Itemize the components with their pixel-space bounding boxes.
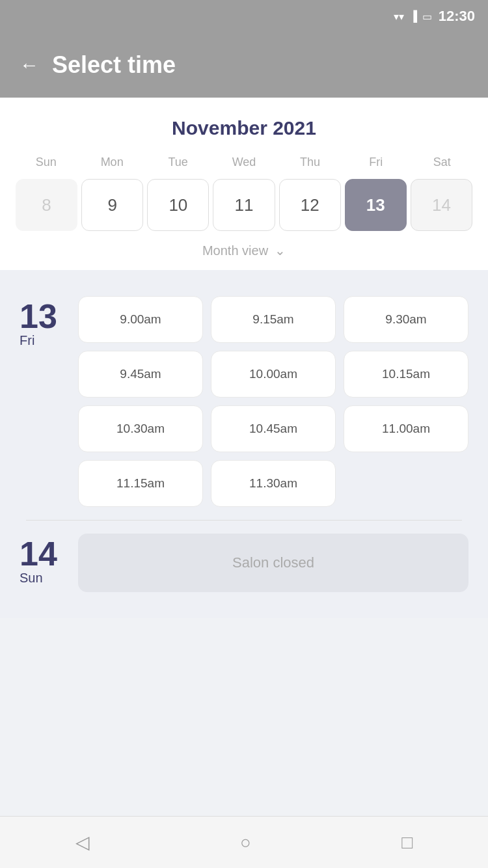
calendar-section: November 2021 Sun Mon Tue Wed Thu Fri Sa… [0,98,488,270]
day-header-sun: Sun [13,152,79,172]
app-header: ← Select time [0,33,488,98]
time-slot-1045am[interactable]: 10.45am [211,405,336,452]
day-label-14: 14 Sun [20,534,65,592]
day-label-13: 13 Fri [20,296,65,507]
status-time: 12:30 [439,8,475,25]
bottom-nav: ◁ ○ □ [0,816,488,868]
time-slot-915am[interactable]: 9.15am [211,296,336,343]
time-slot-1115am[interactable]: 11.15am [78,460,203,507]
signal-icon: ▐ [409,10,416,22]
status-bar: ▾▾ ▐ ▭ 12:30 [0,0,488,33]
month-view-label: Month view [202,243,268,258]
date-cell-10[interactable]: 10 [147,179,209,231]
day-number-14: 14 [20,537,57,571]
day-block-13: 13 Fri 9.00am 9.15am 9.30am 9.45am 10.00… [20,283,468,520]
date-cell-13[interactable]: 13 [345,179,407,231]
chevron-down-icon: ⌄ [275,243,286,258]
date-cell-9[interactable]: 9 [81,179,143,231]
recent-nav-button[interactable]: □ [401,832,413,853]
day-headers-row: Sun Mon Tue Wed Thu Fri Sat [13,152,475,172]
day-header-mon: Mon [79,152,144,172]
day-header-wed: Wed [211,152,277,172]
status-icons: ▾▾ ▐ ▭ [394,10,431,23]
day-header-sat: Sat [409,152,475,172]
closed-message: Salon closed [78,534,468,592]
time-slot-930am[interactable]: 9.30am [344,296,468,343]
day-header-fri: Fri [343,152,409,172]
date-cell-14: 14 [411,179,472,231]
date-row: 8 9 10 11 12 13 14 [13,179,475,231]
month-year-label: November 2021 [13,117,475,139]
back-button[interactable]: ← [20,54,39,76]
month-view-toggle[interactable]: Month view ⌄ [13,231,475,270]
time-slots-grid-13: 9.00am 9.15am 9.30am 9.45am 10.00am 10.1… [78,296,468,507]
day-number-13: 13 [20,299,57,333]
time-slot-1100am[interactable]: 11.00am [344,405,468,452]
home-nav-button[interactable]: ○ [240,832,251,853]
date-cell-8: 8 [16,179,77,231]
day-header-tue: Tue [145,152,211,172]
wifi-icon: ▾▾ [394,10,404,23]
time-slot-1015am[interactable]: 10.15am [344,351,468,398]
day-name-14: Sun [20,571,43,586]
date-cell-12[interactable]: 12 [279,179,341,231]
back-nav-button[interactable]: ◁ [75,832,90,853]
day-name-13: Fri [20,333,34,348]
time-slot-1000am[interactable]: 10.00am [211,351,336,398]
day-block-14: 14 Sun Salon closed [20,521,468,605]
time-slot-900am[interactable]: 9.00am [78,296,203,343]
battery-icon: ▭ [422,10,432,23]
schedule-section: 13 Fri 9.00am 9.15am 9.30am 9.45am 10.00… [0,270,488,618]
time-slot-1030am[interactable]: 10.30am [78,405,203,452]
day-header-thu: Thu [277,152,343,172]
time-slot-945am[interactable]: 9.45am [78,351,203,398]
date-cell-11[interactable]: 11 [213,179,275,231]
time-slot-1130am[interactable]: 11.30am [211,460,336,507]
page-title: Select time [52,51,176,79]
